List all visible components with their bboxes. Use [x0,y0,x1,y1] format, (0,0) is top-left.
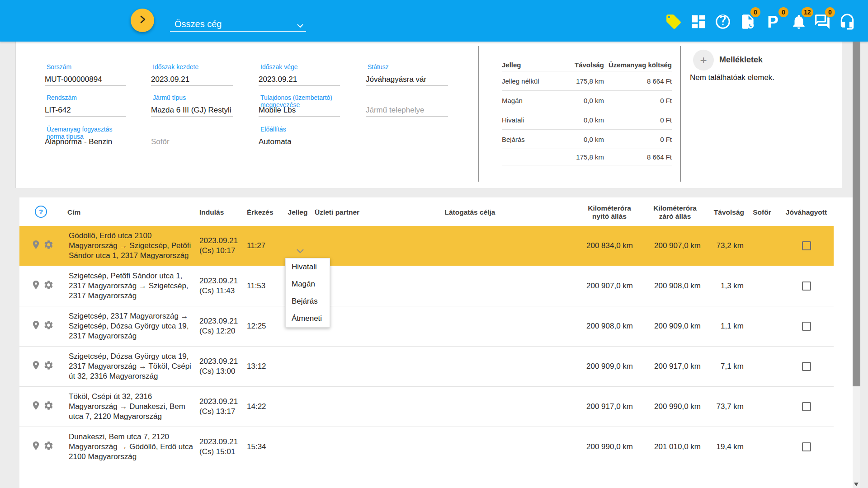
gear-icon[interactable] [43,400,54,413]
scrollbar-thumb[interactable] [853,42,860,386]
rendszam-label: Rendszám [47,94,77,101]
trip-odo-end: 200 908,0 km [634,282,702,291]
trip-row[interactable]: Szigetcsép, 2317 Magyarország → Szigetcs… [19,306,834,346]
dropdown-option[interactable]: Átmeneti [286,310,330,327]
approve-checkbox[interactable] [802,442,811,451]
location-pin-icon[interactable] [31,400,41,413]
eloallitas-field[interactable]: Előállítás Automata [259,126,340,148]
trip-departure-date: 2023.09.21 [199,276,247,286]
summary-row: Magán 0,0 km 0 Ft [502,90,672,110]
trip-type-dropdown: Hivatali Magán Bejárás Átmeneti [285,258,330,328]
trip-address: Szigetcsép, Dózsa György utca 19, 2317 M… [65,347,199,386]
trip-address: Dunakeszi, Bem utca 7, 2120 Magyarország… [65,427,199,467]
trip-address: Szigetcsép, 2317 Magyarország → Szigetcs… [65,306,199,346]
report-refresh-icon[interactable]: 0 [739,13,757,31]
tag-icon[interactable] [665,13,683,31]
trip-odo-end: 201 010,0 km [634,442,702,451]
gear-icon[interactable] [43,320,54,333]
trip-departure-date: 2023.09.21 [199,236,247,246]
help-icon[interactable] [714,13,732,31]
jarmu-tipus-field[interactable]: Jármű típus Mazda 6 III (GJ) Restyli [151,94,233,117]
location-pin-icon[interactable] [31,320,41,333]
approve-checkbox[interactable] [802,322,811,331]
messages-icon[interactable]: 0 [814,13,832,31]
company-select[interactable]: Összes cég [170,16,306,32]
tulajdonos-field[interactable]: Tulajdonos (üzembetartó) megnevezése Mob… [259,94,340,117]
trip-departure-time: (Cs) 13:00 [199,366,247,376]
notifications-bell-icon[interactable]: 12 [790,13,808,31]
gear-icon[interactable] [43,441,54,453]
trip-type-options: Hivatali Magán Bejárás Átmeneti [286,258,330,327]
sofor-field[interactable]: Sofőr [151,126,233,148]
trip-row[interactable]: Szigetcsép, Petőfi Sándor utca 1, 2317 M… [19,266,834,306]
dropdown-option[interactable]: Bejárás [286,293,330,310]
jarmu-tipus-value: Mazda 6 III (GJ) Restyli [151,106,231,115]
dropdown-option[interactable]: Magán [286,276,330,293]
trip-row[interactable]: Szigetcsép, Dózsa György utca 19, 2317 M… [19,346,834,386]
location-pin-icon[interactable] [31,360,41,373]
trip-departure-date: 2023.09.21 [199,437,247,447]
support-headset-icon[interactable] [839,13,857,31]
gear-icon[interactable] [43,239,54,252]
trip-departure-date: 2023.09.21 [199,397,247,407]
dropdown-option[interactable]: Hivatali [286,258,330,276]
approve-checkbox[interactable] [802,402,811,411]
trip-distance: 19,4 km [702,442,745,451]
top-app-bar: Összes cég 0 P 0 12 0 [0,0,868,42]
location-pin-icon[interactable] [31,441,41,453]
trip-odo-end: 200 907,0 km [634,241,702,250]
summary-col-jelleg: Jelleg [502,61,555,69]
gear-icon[interactable] [43,280,54,292]
eloallitas-label: Előállítás [260,126,286,133]
approve-checkbox[interactable] [802,282,811,291]
trip-departure: 2023.09.21 (Cs) 10:17 [199,236,247,256]
summary-row-distance: 0,0 km [555,97,604,104]
summary-row-distance: 0,0 km [555,136,604,143]
add-attachment-button[interactable]: + [693,50,714,70]
summary-total-row: 175,8 km 8 664 Ft [502,149,672,165]
summary-row: Bejárás 0,0 km 0 Ft [502,129,672,149]
rendszam-field[interactable]: Rendszám LIT-642 [45,94,126,117]
company-select-value: Összes cég [175,19,222,29]
section-divider [680,46,681,182]
statusz-field[interactable]: Státusz Jóváhagyásra vár [366,63,448,86]
trip-distance: 1,1 km [702,322,745,331]
summary-row-cost: 0 Ft [604,116,672,124]
summary-row-label: Jelleg nélkül [502,77,555,85]
idoszak-kezdete-field[interactable]: Időszak kezdete 2023.09.21 [151,63,233,86]
trip-type-chevron-down-icon[interactable] [294,247,306,256]
trip-departure-date: 2023.09.21 [199,357,247,366]
scrollbar-down-arrow[interactable] [854,483,859,486]
chevron-down-icon [296,21,304,31]
trip-departure: 2023.09.21 (Cs) 11:43 [199,276,247,296]
expand-sidebar-button[interactable] [131,9,154,32]
approve-checkbox[interactable] [802,241,811,250]
trip-distance: 73,7 km [702,402,745,411]
col-uzleti-partner: Üzleti partner [315,207,373,216]
summary-row-cost: 8 664 Ft [604,77,672,85]
location-pin-icon[interactable] [31,280,41,292]
sorszam-field[interactable]: Sorszám MUT-000000894 [45,63,126,86]
table-help-icon[interactable]: ? [35,206,47,218]
trip-odo-start: 200 907,0 km [566,282,634,291]
col-km-nyito: Kilométeróra nyitó állás [566,203,634,221]
trips-table-card: ? Cím Indulás Érkezés Jelleg Üzleti part… [19,197,853,488]
location-pin-icon[interactable] [31,239,41,252]
dashboard-icon[interactable] [690,13,708,31]
idoszak-vege-field[interactable]: Időszak vége 2023.09.21 [259,63,340,86]
gear-icon[interactable] [43,360,54,373]
jarmu-telephelye-placeholder: Jármű telephelye [366,106,424,115]
summary-row-distance: 0,0 km [555,116,604,124]
vertical-scrollbar[interactable] [853,42,860,488]
approve-checkbox[interactable] [802,362,811,371]
jarmu-telephelye-field[interactable]: Jármű telephelye [366,94,448,117]
idoszak-vege-label: Időszak vége [260,63,298,70]
trip-row[interactable]: Dunakeszi, Bem utca 7, 2120 Magyarország… [19,427,834,467]
parking-icon[interactable]: P 0 [767,13,785,31]
trip-row[interactable]: Tököl, Csépi út 32, 2316 Magyarország → … [19,386,834,427]
uzemanyag-field[interactable]: Üzemanyag fogyasztás norma típusa Alapno… [45,126,126,148]
trip-odo-end: 200 990,0 km [634,402,702,411]
messages-badge: 0 [825,7,835,17]
notifications-badge: 12 [802,7,813,17]
trip-row[interactable]: Gödöllő, Erdő utca 2100 Magyarország → S… [19,226,834,266]
